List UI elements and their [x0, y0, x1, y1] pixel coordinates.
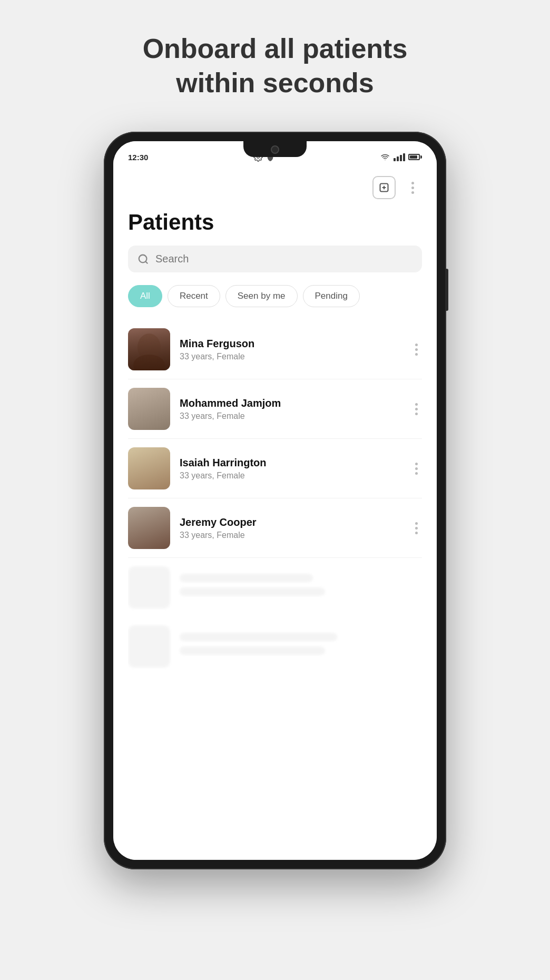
patient-item[interactable]: Jeremy Cooper 33 years, Female	[128, 498, 422, 558]
more-options-button[interactable]	[403, 176, 422, 199]
patient-item[interactable]: Mina Ferguson 33 years, Female	[128, 320, 422, 379]
filter-tab-recent[interactable]: Recent	[168, 285, 220, 307]
app-content: Patients All Recent Seen by me Pending	[113, 168, 437, 860]
patient-info: Jeremy Cooper 33 years, Female	[180, 516, 401, 540]
patient-name: Mina Ferguson	[180, 338, 401, 350]
filter-tab-pending[interactable]: Pending	[303, 285, 360, 307]
hero-title: Onboard all patients within seconds	[91, 32, 459, 100]
patient-menu-button[interactable]	[411, 339, 422, 360]
avatar	[128, 388, 170, 430]
patient-name: Mohammed Jamjom	[180, 397, 401, 409]
page-title: Patients	[128, 210, 422, 235]
status-right-icons	[380, 153, 422, 161]
status-time: 12:30	[128, 153, 148, 162]
avatar	[128, 328, 170, 370]
patient-menu-button[interactable]	[411, 399, 422, 419]
patient-details: 33 years, Female	[180, 411, 401, 421]
patient-details: 33 years, Female	[180, 471, 401, 481]
svg-point-6	[138, 334, 161, 361]
patient-menu-button[interactable]	[411, 458, 422, 479]
avatar	[128, 447, 170, 489]
patient-info: Mina Ferguson 33 years, Female	[180, 338, 401, 361]
signal-icon	[394, 153, 405, 161]
add-patient-button[interactable]	[372, 176, 396, 199]
phone-screen: 12:30	[113, 141, 437, 860]
patient-menu-button[interactable]	[411, 518, 422, 538]
patient-name: Isaiah Harrington	[180, 457, 401, 469]
search-input[interactable]	[155, 253, 412, 265]
svg-point-7	[133, 355, 165, 370]
battery-icon	[408, 154, 422, 160]
side-button	[445, 269, 448, 311]
wifi-icon	[380, 153, 390, 161]
patient-details: 33 years, Female	[180, 352, 401, 361]
action-bar	[128, 168, 422, 204]
svg-line-5	[145, 261, 148, 263]
phone-wrapper: 12:30	[104, 132, 446, 869]
search-icon	[138, 253, 149, 265]
patient-item[interactable]: Isaiah Harrington 33 years, Female	[128, 439, 422, 498]
patient-info: Mohammed Jamjom 33 years, Female	[180, 397, 401, 421]
filter-tabs: All Recent Seen by me Pending	[128, 285, 422, 307]
filter-tab-all[interactable]: All	[128, 285, 162, 307]
patient-info: Isaiah Harrington 33 years, Female	[180, 457, 401, 481]
filter-tab-seen-by-me[interactable]: Seen by me	[225, 285, 298, 307]
patient-name: Jeremy Cooper	[180, 516, 401, 528]
patient-details: 33 years, Female	[180, 531, 401, 540]
hero-section: Onboard all patients within seconds	[91, 32, 459, 100]
camera	[271, 145, 279, 154]
patient-list: Mina Ferguson 33 years, Female Mohammed …	[128, 320, 422, 860]
avatar	[128, 507, 170, 549]
patient-item[interactable]: Mohammed Jamjom 33 years, Female	[128, 379, 422, 439]
phone-notch	[243, 141, 307, 157]
search-bar[interactable]	[128, 246, 422, 272]
svg-point-4	[139, 254, 147, 262]
skeleton-section	[128, 558, 422, 676]
